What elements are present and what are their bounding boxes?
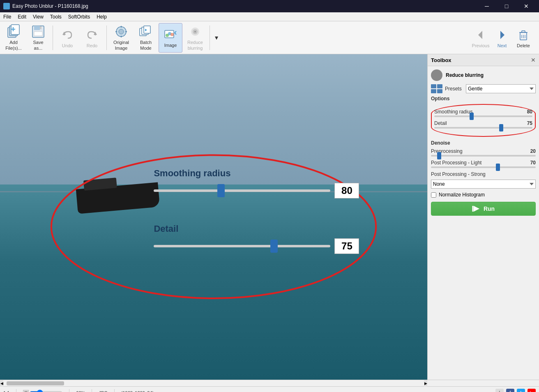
zoom-ratio: 1:1	[3, 390, 9, 392]
add-files-button[interactable]: Add File(s)...	[2, 23, 25, 53]
menu-file[interactable]: File	[0, 13, 14, 21]
smoothing-radius-thumb[interactable]	[217, 184, 225, 197]
menu-help[interactable]: Help	[93, 13, 110, 21]
post-processing-light-thumb[interactable]	[496, 164, 500, 171]
svg-marker-27	[478, 31, 482, 39]
smoothing-radius-track	[434, 115, 532, 117]
smoothing-radius-tb-thumb[interactable]	[470, 113, 474, 120]
titlebar: Easy Photo Unblur - P1160168.jpg ─ □ ✕	[0, 0, 539, 12]
save-as-icon	[31, 24, 46, 39]
statusbar-social-icons: ℹ f t ▶	[495, 389, 536, 392]
normalize-histogram-label: Normalize Histogram	[439, 192, 485, 198]
denoise-label: Denoise	[431, 140, 536, 146]
info-button[interactable]: ℹ	[495, 389, 504, 392]
reduce-blurring-button[interactable]: Reduce blurring	[183, 23, 207, 53]
youtube-button[interactable]: ▶	[527, 389, 536, 392]
run-button[interactable]: Run	[431, 202, 536, 216]
batch-mode-icon	[138, 24, 153, 39]
batch-mode-label: Batch Mode	[140, 40, 152, 51]
menu-tools[interactable]: Tools	[47, 13, 65, 21]
image-correction-button[interactable]: Image	[159, 23, 182, 53]
preprocessing-track	[431, 155, 536, 157]
svg-point-23	[170, 33, 174, 36]
toolbox: Toolbox ✕ Reduce blurring Presets Gentle	[427, 54, 539, 380]
sea-layer	[0, 184, 427, 380]
zoom-slider[interactable]	[30, 390, 62, 392]
scroll-track	[3, 381, 424, 386]
delete-icon	[516, 28, 531, 43]
redo-button[interactable]: Redo	[80, 23, 104, 53]
original-image-icon	[114, 24, 129, 39]
toolbox-header: Toolbox ✕	[428, 54, 539, 66]
add-files-label: Add File(s)...	[5, 40, 22, 51]
reduce-blurring-tool-icon	[431, 69, 442, 81]
menu-edit[interactable]: Edit	[14, 13, 30, 21]
maximize-button[interactable]: □	[497, 0, 516, 12]
scroll-thumb[interactable]	[7, 381, 64, 385]
twitter-button[interactable]: t	[517, 389, 525, 392]
normalize-histogram-checkbox[interactable]	[431, 192, 436, 198]
app-icon	[3, 3, 10, 9]
reduce-blurring-row: Reduce blurring	[431, 69, 536, 81]
more-button[interactable]: ▾	[212, 23, 221, 53]
horizontal-scrollbar[interactable]: ◀ ▶	[0, 380, 539, 386]
svg-point-12	[119, 29, 124, 34]
status-sep-3	[92, 389, 92, 392]
toolbar: Add File(s)... Save as... Undo	[0, 21, 539, 54]
detail-value: 75	[334, 238, 359, 254]
toolbox-close-button[interactable]: ✕	[531, 57, 536, 63]
redo-icon	[85, 28, 99, 42]
scroll-left-button[interactable]: ◀	[0, 380, 3, 387]
detail-tb-thumb[interactable]	[499, 124, 503, 131]
image-area[interactable]: Smoothing radius 80 Detail 75	[0, 54, 427, 380]
preprocessing-thumb[interactable]	[437, 152, 441, 159]
detail-overlay: Detail 75	[154, 224, 359, 254]
previous-icon	[473, 28, 488, 43]
next-button[interactable]: Next	[491, 23, 513, 53]
post-processing-light-value: 70	[530, 160, 536, 166]
undo-label: Undo	[62, 43, 73, 48]
zoom-controls: ⊡	[23, 390, 62, 392]
close-button[interactable]: ✕	[517, 0, 536, 12]
menubar: File Edit View Tools SoftOrbits Help	[0, 12, 539, 21]
status-sep-1	[16, 389, 16, 392]
svg-marker-38	[474, 206, 479, 212]
image-dimensions: (1968x1269x24)	[121, 390, 154, 392]
menu-softorbits[interactable]: SoftOrbits	[65, 13, 93, 21]
minimize-button[interactable]: ─	[477, 0, 496, 12]
highlight-section: Smoothing radius 80 Detail 75	[431, 104, 536, 137]
run-icon	[472, 205, 480, 213]
post-processing-light-label: Post Processing - Light	[431, 160, 481, 166]
svg-rect-19	[144, 26, 150, 33]
presets-select[interactable]: Gentle Moderate Strong Custom	[466, 84, 536, 93]
detail-tb-value: 75	[527, 120, 532, 126]
menu-view[interactable]: View	[30, 13, 47, 21]
reduce-blurring-label: Reduce blurring	[187, 40, 203, 51]
smoothing-radius-overlay: Smoothing radius 80	[154, 168, 359, 198]
image-correction-label: Image	[164, 43, 177, 48]
batch-mode-button[interactable]: Batch Mode	[134, 23, 158, 53]
post-processing-strong-select[interactable]: None Light Medium Strong	[431, 180, 536, 189]
original-image-label: Original Image	[113, 40, 129, 51]
save-as-button[interactable]: Save as...	[26, 23, 50, 53]
scroll-right-button[interactable]: ▶	[424, 380, 427, 387]
original-image-button[interactable]: Original Image	[109, 23, 133, 53]
facebook-button[interactable]: f	[506, 389, 514, 392]
previous-button[interactable]: Previous	[470, 23, 491, 53]
detail-overlay-label: Detail	[154, 224, 359, 234]
post-processing-strong-row: Post Processing - Strong	[431, 171, 536, 177]
image-canvas: Smoothing radius 80 Detail 75	[0, 54, 427, 380]
detail-thumb[interactable]	[270, 240, 278, 253]
separator-3	[210, 25, 210, 50]
undo-button[interactable]: Undo	[55, 23, 79, 53]
presets-row: Presets Gentle Moderate Strong Custom	[431, 84, 536, 93]
post-processing-strong-label: Post Processing - Strong	[431, 171, 486, 177]
svg-rect-8	[40, 26, 41, 29]
fit-to-window-button[interactable]: ⊡	[23, 390, 29, 392]
svg-point-26	[194, 31, 196, 32]
delete-button[interactable]: Delete	[513, 23, 534, 53]
post-processing-light-section: Post Processing - Light 70	[431, 160, 536, 168]
svg-rect-6	[34, 26, 40, 30]
presets-label: Presets	[445, 86, 462, 92]
redo-label: Redo	[87, 43, 97, 48]
